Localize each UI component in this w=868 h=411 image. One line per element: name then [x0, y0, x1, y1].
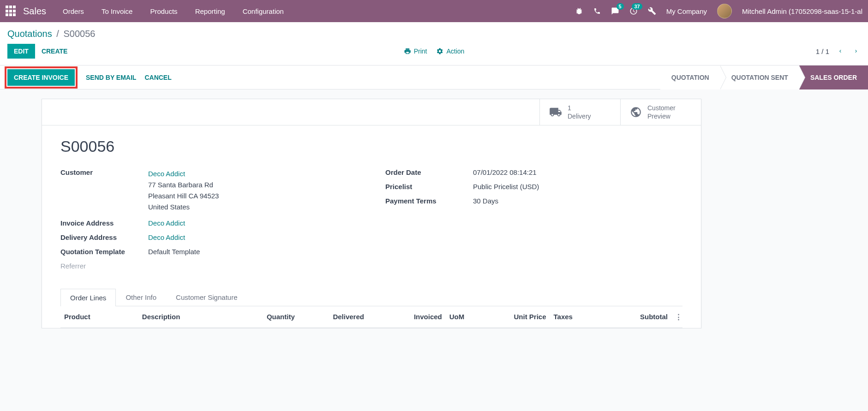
tools-icon[interactable] [648, 7, 656, 15]
delivery-address-link[interactable]: Deco Addict [148, 233, 185, 241]
center-actions: Print Action [404, 48, 465, 55]
status-step-sales-order[interactable]: SALES ORDER [799, 66, 868, 89]
customer-label: Customer [60, 168, 148, 176]
action-label: Action [446, 48, 464, 55]
globe-icon [630, 106, 642, 118]
topbar-right: 5 37 My Company Mitchell Admin (17052098… [575, 4, 862, 18]
col-subtotal: Subtotal [636, 313, 671, 321]
customer-preview-button[interactable]: Customer Preview [620, 99, 701, 125]
pager: 1 / 1 [816, 45, 861, 57]
form-sheet: 1 Delivery Customer Preview S00056 Cu [42, 99, 701, 328]
nav-products[interactable]: Products [150, 7, 177, 15]
stat-buttons: 1 Delivery Customer Preview [42, 99, 701, 125]
bug-icon[interactable] [575, 7, 583, 15]
pricelist-label: Pricelist [385, 183, 473, 191]
pricelist-value: Public Pricelist (USD) [473, 183, 682, 191]
status-bar: CREATE INVOICE SEND BY EMAIL CANCEL QUOT… [0, 66, 868, 89]
payment-terms-value: 30 Days [473, 197, 682, 205]
activities-badge: 37 [632, 3, 642, 10]
gear-icon [436, 48, 443, 55]
delivery-label: Delivery [568, 112, 591, 120]
invoice-address-link[interactable]: Deco Addict [148, 219, 185, 227]
messages-icon[interactable]: 5 [611, 7, 619, 15]
company-selector[interactable]: My Company [666, 7, 707, 15]
customer-name-link[interactable]: Deco Addict [148, 168, 358, 179]
pager-prev[interactable] [836, 45, 845, 57]
breadcrumb-parent[interactable]: Quotations [7, 29, 52, 39]
order-date-label: Order Date [385, 168, 473, 176]
edit-button[interactable]: EDIT [7, 44, 35, 59]
breadcrumb-current: S00056 [63, 29, 95, 39]
order-name: S00056 [60, 137, 682, 155]
print-label: Print [414, 48, 427, 55]
action-button[interactable]: Action [436, 48, 464, 55]
truck-icon [549, 106, 562, 119]
delivery-stat-button[interactable]: 1 Delivery [539, 99, 620, 125]
content-area: 1 Delivery Customer Preview S00056 Cu [0, 99, 868, 328]
invoice-address-label: Invoice Address [60, 219, 148, 227]
top-navbar: Sales Orders To Invoice Products Reporti… [0, 0, 868, 22]
tab-customer-signature[interactable]: Customer Signature [166, 288, 247, 306]
preview-line1: Customer [647, 104, 676, 112]
print-icon [404, 48, 411, 55]
cancel-button[interactable]: CANCEL [144, 74, 171, 81]
nav-orders[interactable]: Orders [63, 7, 84, 15]
status-buttons: CREATE INVOICE SEND BY EMAIL CANCEL [7, 66, 172, 89]
delivery-count: 1 [568, 104, 591, 112]
avatar[interactable] [717, 4, 732, 18]
quotation-template-label: Quotation Template [60, 248, 148, 256]
app-name[interactable]: Sales [23, 6, 46, 17]
pager-next[interactable] [851, 45, 861, 57]
tabs: Order Lines Other Info Customer Signatur… [42, 288, 701, 328]
col-invoiced: Invoiced [368, 313, 446, 321]
col-quantity: Quantity [233, 313, 299, 321]
fields-row: Customer Deco Addict 77 Santa Barbara Rd… [60, 168, 682, 276]
delivery-address-label: Delivery Address [60, 233, 148, 241]
status-step-quotation-sent[interactable]: QUOTATION SENT [720, 66, 799, 89]
col-taxes: Taxes [550, 313, 636, 321]
col-unit-price: Unit Price [493, 313, 550, 321]
col-product: Product [60, 313, 138, 321]
chevron-left-icon [838, 47, 843, 55]
table-header: Product Description Quantity Delivered I… [60, 306, 682, 328]
create-button[interactable]: CREATE [35, 44, 74, 59]
kebab-icon[interactable]: ⋮ [671, 313, 682, 321]
tab-order-lines[interactable]: Order Lines [60, 289, 116, 306]
fields-col-right: Order Date 07/01/2022 08:14:21 Pricelist… [385, 168, 682, 276]
breadcrumb: Quotations / S00056 [7, 29, 95, 39]
apps-icon[interactable] [6, 6, 17, 17]
col-delivered: Delivered [299, 313, 368, 321]
status-step-quotation[interactable]: QUOTATION [660, 66, 720, 89]
chevron-right-icon [853, 47, 859, 55]
customer-value: Deco Addict 77 Santa Barbara Rd Pleasant… [148, 168, 358, 213]
referrer-label: Referrer [60, 262, 148, 270]
breadcrumb-row: Quotations / S00056 [0, 22, 868, 40]
customer-street: 77 Santa Barbara Rd [148, 179, 358, 191]
order-date-value: 07/01/2022 08:14:21 [473, 168, 682, 176]
sheet-body: S00056 Customer Deco Addict 77 Santa Bar… [42, 125, 701, 288]
pager-text: 1 / 1 [816, 48, 829, 55]
breadcrumb-separator: / [56, 29, 59, 39]
payment-terms-label: Payment Terms [385, 197, 473, 205]
quotation-template-value: Default Template [148, 248, 358, 256]
user-menu[interactable]: Mitchell Admin (17052098-saas-15-1-al [742, 7, 862, 15]
messages-badge: 5 [617, 3, 624, 10]
controls-row: EDIT CREATE Print Action 1 / 1 [0, 40, 868, 66]
tab-other-info[interactable]: Other Info [116, 288, 166, 306]
tab-bar: Order Lines Other Info Customer Signatur… [60, 288, 682, 306]
send-by-email-button[interactable]: SEND BY EMAIL [86, 74, 136, 81]
col-description: Description [138, 313, 233, 321]
nav-reporting[interactable]: Reporting [195, 7, 225, 15]
activities-icon[interactable]: 37 [629, 7, 638, 15]
create-invoice-button[interactable]: CREATE INVOICE [7, 69, 75, 86]
print-button[interactable]: Print [404, 48, 427, 55]
highlight-box: CREATE INVOICE [5, 66, 78, 89]
customer-country: United States [148, 202, 358, 213]
nav-to-invoice[interactable]: To Invoice [102, 7, 133, 15]
phone-icon[interactable] [593, 7, 601, 15]
status-steps: QUOTATION QUOTATION SENT SALES ORDER [660, 66, 868, 89]
col-uom: UoM [446, 313, 494, 321]
nav-configuration[interactable]: Configuration [243, 7, 284, 15]
nav-menu: Orders To Invoice Products Reporting Con… [63, 7, 284, 15]
preview-line2: Preview [647, 112, 676, 120]
